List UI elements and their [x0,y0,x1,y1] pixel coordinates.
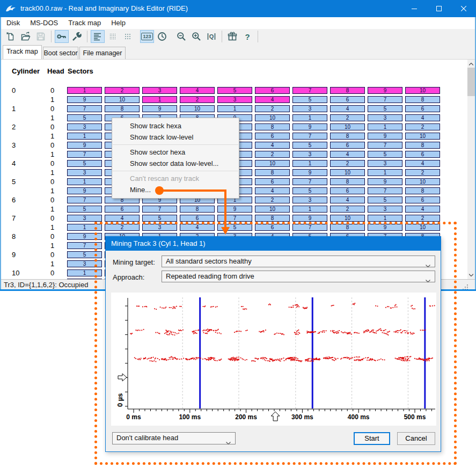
sector-box[interactable]: 8 [255,215,290,222]
sector-box[interactable]: 3 [67,169,102,176]
sector-box[interactable]: 7 [292,87,327,94]
sector-box[interactable]: 10 [180,105,215,112]
context-menu-item-mine[interactable]: Mine... [112,184,239,195]
sector-box[interactable]: 5 [368,151,402,158]
sector-box[interactable]: 10 [330,169,365,176]
sector-box[interactable]: 5 [67,114,102,121]
cancel-button[interactable]: Cancel [397,432,435,445]
sector-box[interactable]: 3 [368,114,402,121]
sector-box[interactable]: 8 [255,169,290,176]
sector-box[interactable]: 1 [142,96,177,103]
dither-light-icon[interactable] [121,30,135,43]
menubar-item-disk[interactable]: Disk [2,17,25,27]
sector-box[interactable]: 7 [292,133,327,140]
tab-file-manager[interactable]: File manager [79,47,126,59]
menubar-item-help[interactable]: Help [106,17,130,27]
sector-box[interactable]: 9 [217,206,252,213]
sector-box[interactable]: 7 [217,215,252,222]
sector-box[interactable]: 1 [67,178,102,185]
sector-box[interactable]: 5 [142,215,177,222]
sector-box[interactable]: 9 [292,169,327,176]
sector-box[interactable]: 1 [217,105,252,112]
context-menu-item-show-track-hexa[interactable]: Show track hexa [112,120,239,132]
sector-box[interactable]: 6 [255,133,290,140]
clock-icon[interactable] [155,30,169,43]
sector-box[interactable]: 9 [67,142,102,149]
sector-box[interactable]: 10 [105,96,140,103]
key-icon[interactable] [55,30,69,43]
sector-box[interactable]: 6 [405,105,440,112]
sector-box[interactable]: 10 [405,178,440,185]
sector-box[interactable]: 3 [368,206,402,213]
sector-box[interactable]: 7 [67,105,102,112]
sector-box[interactable]: 9 [368,133,402,140]
sector-box[interactable]: 6 [405,151,440,158]
sector-box[interactable]: 3 [67,123,102,130]
sector-box[interactable]: 9 [368,178,402,185]
sector-box[interactable]: 6 [330,96,365,103]
sector-box[interactable]: 2 [255,105,290,112]
sector-box[interactable]: 6 [330,187,365,194]
maximize-button[interactable] [427,0,451,17]
tab-boot-sector[interactable]: Boot sector [43,47,78,59]
zoom-out-icon[interactable] [174,30,188,43]
sector-box[interactable]: 7 [142,206,177,213]
context-menu-item-show-sector-data-low-level[interactable]: Show sector data low-level... [112,158,239,169]
sector-box[interactable]: 8 [405,187,440,194]
sector-box[interactable]: 2 [405,215,440,222]
sector-box[interactable]: 4 [405,206,440,213]
sector-box[interactable]: 1 [368,123,402,130]
sector-box[interactable]: 4 [330,196,365,203]
sector-box[interactable]: 1 [368,215,402,222]
calibration-combobox[interactable]: Don't calibrate head [112,432,236,444]
sector-box[interactable]: 3 [292,196,327,203]
sector-box[interactable]: 2 [255,196,290,203]
sector-box[interactable]: 8 [180,206,215,213]
help-icon[interactable]: ? [240,30,254,43]
sector-box[interactable]: 4 [255,96,290,103]
sector-box[interactable]: 5 [217,87,252,94]
tab-track-map[interactable]: Track map [3,45,42,59]
sector-box[interactable]: 2 [180,96,215,103]
sector-box[interactable]: 1 [292,206,327,213]
minimize-button[interactable] [402,0,427,17]
resize-grip[interactable] [463,283,468,289]
sector-box[interactable]: 8 [330,87,365,94]
sector-box[interactable]: 5 [368,105,402,112]
context-menu-item-show-track-low-level[interactable]: Show track low-level [112,132,239,143]
sector-box[interactable]: 8 [405,142,440,149]
sector-box[interactable]: 3 [292,105,327,112]
start-button[interactable]: Start [354,432,390,445]
sector-box[interactable]: 9 [292,123,327,130]
wrench-icon[interactable] [70,30,84,43]
sector-box[interactable]: 2 [330,114,365,121]
sector-box[interactable]: 7 [67,196,102,203]
sector-box[interactable]: 4 [255,187,290,194]
sector-box[interactable]: 7 [368,96,402,103]
sector-box[interactable]: 7 [67,151,102,158]
sector-box[interactable]: 6 [255,178,290,185]
mining-target-combobox[interactable]: All standard sectors healthy [162,256,435,267]
sector-box[interactable]: 9 [67,187,102,194]
sector-box[interactable]: 9 [368,87,402,94]
sector-box[interactable]: 6 [405,196,440,203]
sector-box[interactable]: 6 [330,142,365,149]
sector-box[interactable]: 3 [142,87,177,94]
iq-filter-icon[interactable]: Q [204,30,218,43]
close-button[interactable] [451,0,476,17]
sector-box[interactable]: 1 [67,87,102,94]
menubar-item-ms-dos[interactable]: MS-DOS [25,17,63,27]
scroll-down-icon[interactable] [467,271,475,280]
sector-box[interactable]: 1 [368,169,402,176]
sector-box[interactable]: 1 [67,133,102,140]
sector-box[interactable]: 5 [292,142,327,149]
sector-box[interactable]: 10 [405,133,440,140]
sector-box[interactable]: 3 [368,160,402,167]
sector-box[interactable]: 8 [405,96,440,103]
sector-box[interactable]: 4 [330,105,365,112]
sector-box[interactable]: 9 [292,215,327,222]
sector-box[interactable]: 4 [180,87,215,94]
sector-box[interactable]: 4 [330,151,365,158]
open-icon[interactable] [19,30,33,43]
sector-box[interactable]: 10 [330,215,365,222]
